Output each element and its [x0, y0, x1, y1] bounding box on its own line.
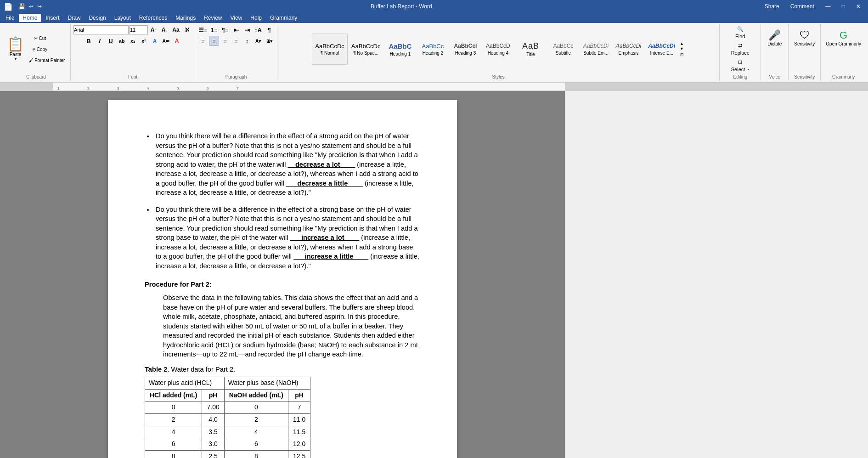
- clipboard-label: Clipboard: [5, 74, 68, 79]
- minimize-button[interactable]: —: [822, 2, 834, 11]
- clipboard-group: 📋 Paste ▾ ✂ Cut ⎘ Copy 🖌 Format: [2, 24, 71, 80]
- dictate-button[interactable]: 🎤 Dictate: [765, 25, 784, 51]
- sensitivity-group: 🛡 Sensitivity Sensitivity: [789, 24, 821, 80]
- sensitivity-label: Sensitivity: [791, 74, 817, 79]
- select-button[interactable]: ⊡Select ~: [729, 58, 752, 74]
- style-emphasis[interactable]: AaBbCcDi Emphasis: [612, 34, 644, 65]
- menu-mailings[interactable]: Mailings: [172, 14, 199, 22]
- line-spacing-button[interactable]: ↕: [242, 36, 252, 46]
- voice-group: 🎤 Dictate Voice: [761, 24, 789, 80]
- clear-format-button[interactable]: ℵ: [182, 25, 192, 35]
- paragraph-group: ☰≡ 1≡ ¶≡ ⇤ ⇥ ↕A ¶ ≡ ≡ ≡ ≡ ↕ A▾ ⊞▾ Paragr…: [195, 24, 277, 80]
- styles-scroll-buttons[interactable]: ▲ ▼ ⊟: [679, 41, 685, 57]
- doc-sidebar: [565, 91, 868, 458]
- style-heading3[interactable]: AaBbCcI Heading 3: [449, 34, 481, 65]
- menu-layout[interactable]: Layout: [111, 14, 135, 22]
- subscript-button[interactable]: x₂: [128, 36, 138, 46]
- style-no-spacing[interactable]: AaBbCcDc ¶ No Spac...: [348, 34, 384, 65]
- open-grammarly-button[interactable]: G Open Grammarly: [823, 25, 863, 51]
- menu-grammarly[interactable]: Grammarly: [266, 14, 301, 22]
- menu-bar: File Home Insert Draw Design Layout Refe…: [0, 13, 868, 23]
- menu-insert[interactable]: Insert: [42, 14, 63, 22]
- bullet-item-2: Do you think there will be a difference …: [154, 205, 420, 271]
- menu-help[interactable]: Help: [247, 14, 265, 22]
- shading-button[interactable]: A▾: [253, 36, 263, 46]
- bold-button[interactable]: B: [84, 36, 94, 46]
- decrease-indent-button[interactable]: ⇤: [231, 25, 241, 35]
- style-heading2[interactable]: AaBbCc Heading 2: [417, 34, 449, 65]
- ruler: 1 2 3 4 5 6 7: [0, 83, 868, 91]
- table-row: 07.0007: [145, 401, 310, 414]
- style-subtle-emphasis[interactable]: AaBbCcDi Subtle Em...: [580, 34, 612, 65]
- title-bar-title: Buffer Lab Report - Word: [42, 3, 761, 10]
- style-title[interactable]: AaB Title: [514, 34, 547, 65]
- menu-home[interactable]: Home: [19, 14, 41, 22]
- section-heading: Procedure for Part 2:: [145, 280, 420, 289]
- menu-draw[interactable]: Draw: [64, 14, 84, 22]
- maximize-button[interactable]: □: [838, 2, 849, 11]
- style-heading4[interactable]: AaBbCcD Heading 4: [482, 34, 514, 65]
- table-col-header-1: HCl added (mL): [145, 389, 202, 401]
- font-group: A↑ A↓ Aa ℵ B I U ab x₂ x² A A✏ A Font: [71, 24, 195, 80]
- copy-button[interactable]: ⎘ Copy: [26, 44, 54, 54]
- change-case-button[interactable]: Aa: [171, 25, 181, 35]
- style-intense-emphasis[interactable]: AaBbCcDi Intense E...: [645, 34, 678, 65]
- bullets-button[interactable]: ☰≡: [198, 25, 208, 35]
- editing-label: Editing: [722, 74, 758, 79]
- multilevel-button[interactable]: ¶≡: [220, 25, 230, 35]
- find-button[interactable]: 🔍Find: [729, 25, 752, 40]
- comment-button[interactable]: Comment: [787, 2, 818, 11]
- table-col-header-3: NaOH added (mL): [224, 389, 288, 401]
- style-normal[interactable]: AaBbCcDc ¶ Normal: [312, 34, 348, 65]
- table-row: 24.0211.0: [145, 414, 310, 426]
- table-body: 07.000724.0211.043.5411.563.0612.082.581…: [145, 401, 310, 458]
- close-button[interactable]: ✕: [852, 2, 864, 11]
- format-painter-button[interactable]: 🖌 Format Painter: [26, 55, 68, 65]
- justify-button[interactable]: ≡: [231, 36, 241, 46]
- strikethrough-button[interactable]: ab: [117, 36, 127, 46]
- menu-references[interactable]: References: [135, 14, 171, 22]
- table-col-header-2: pH: [202, 389, 224, 401]
- replace-button[interactable]: ⇄Replace: [729, 41, 752, 57]
- table-row: 63.0612.0: [145, 438, 310, 451]
- text-effects-button[interactable]: A: [150, 36, 160, 46]
- borders-button[interactable]: ⊞▾: [264, 36, 274, 46]
- title-bar: 📄 💾 ↩ ↪ Buffer Lab Report - Word Share C…: [0, 0, 868, 13]
- style-heading1[interactable]: AaBbC Heading 1: [384, 34, 416, 65]
- menu-file[interactable]: File: [2, 14, 18, 22]
- table-header-row-2: HCl added (mL) pH NaOH added (mL) pH: [145, 389, 310, 401]
- increase-indent-button[interactable]: ⇥: [242, 25, 252, 35]
- style-subtitle[interactable]: AaBbCc Subtitle: [547, 34, 579, 65]
- font-grow-button[interactable]: A↑: [149, 25, 159, 35]
- document-container: Do you think there will be a difference …: [0, 91, 565, 458]
- font-size-input[interactable]: [130, 25, 148, 34]
- underline-button[interactable]: U: [106, 36, 116, 46]
- numbering-button[interactable]: 1≡: [209, 25, 219, 35]
- styles-label: Styles: [280, 74, 716, 79]
- cut-button[interactable]: ✂ Cut: [26, 33, 54, 43]
- title-bar-controls: Share Comment — □ ✕: [761, 2, 864, 11]
- font-color-button[interactable]: A: [172, 36, 182, 46]
- bullet-item-1: Do you think there will be a difference …: [154, 131, 420, 198]
- paste-button[interactable]: 📋 Paste ▾: [5, 25, 26, 74]
- superscript-button[interactable]: x²: [139, 36, 149, 46]
- text-highlight-button[interactable]: A✏: [161, 36, 171, 46]
- styles-group: AaBbCcDc ¶ Normal AaBbCcDc ¶ No Spac... …: [277, 24, 720, 80]
- menu-view[interactable]: View: [227, 14, 246, 22]
- italic-button[interactable]: I: [95, 36, 105, 46]
- share-button[interactable]: Share: [761, 2, 783, 11]
- align-center-button[interactable]: ≡: [209, 36, 219, 46]
- font-shrink-button[interactable]: A↓: [160, 25, 170, 35]
- sensitivity-button[interactable]: 🛡 Sensitivity: [792, 25, 817, 51]
- menu-design[interactable]: Design: [85, 14, 109, 22]
- table-row: 82.5812.5: [145, 450, 310, 458]
- menu-review[interactable]: Review: [200, 14, 225, 22]
- document-page[interactable]: Do you think there will be a difference …: [108, 100, 457, 458]
- font-name-input[interactable]: [73, 25, 129, 34]
- sort-button[interactable]: ↕A: [253, 25, 263, 35]
- align-right-button[interactable]: ≡: [220, 36, 230, 46]
- table-col-header-4: pH: [288, 389, 310, 401]
- table-group-header-1: Water plus acid (HCL): [145, 377, 225, 390]
- align-left-button[interactable]: ≡: [198, 36, 208, 46]
- show-formatting-button[interactable]: ¶: [264, 25, 274, 35]
